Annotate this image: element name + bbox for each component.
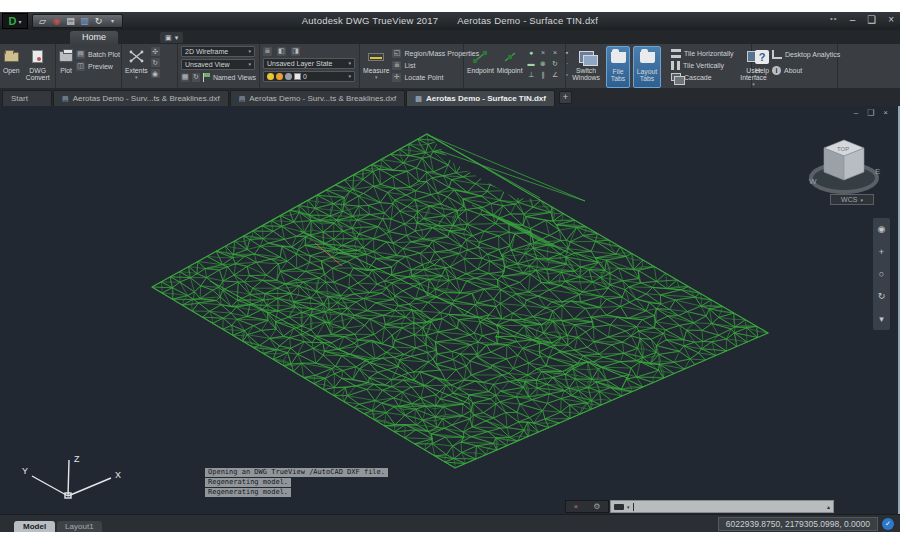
midpoint-snap-button[interactable]: Midpoint xyxy=(497,46,523,87)
doc-restore-button[interactable]: ❑ xyxy=(867,108,874,117)
plot-button[interactable]: Plot xyxy=(59,46,73,87)
viewport-icon[interactable]: ▦ xyxy=(181,73,189,82)
orbit-icon[interactable]: ↻ xyxy=(878,291,886,301)
new-tab-button[interactable]: + xyxy=(559,91,572,104)
chevron-down-icon: ▾ xyxy=(135,74,138,81)
snap-angle-icon[interactable]: ∠ xyxy=(550,70,561,80)
tile-vertically-button[interactable]: Tile Vertically xyxy=(671,60,734,70)
snap-parallel-icon[interactable]: ∥ xyxy=(538,70,549,80)
title-bar: D ▾ ▱ ◉ ▤ ▥ ↻ ▾ Autodesk DWG TrueView 20… xyxy=(0,12,900,30)
snap-node-icon[interactable]: × xyxy=(538,48,549,58)
file-tab-surface-tin[interactable]: ▤ Aerotas Demo - Surface TIN.dxf xyxy=(406,90,555,106)
help-button[interactable]: ? Help xyxy=(755,46,769,87)
view-state-dropdown[interactable]: Unsaved View▾ xyxy=(181,59,255,70)
snap-intersection-icon[interactable]: × xyxy=(550,48,561,58)
chevron-down-icon: ▾ xyxy=(375,74,378,81)
app-window: D ▾ ▱ ◉ ▤ ▥ ↻ ▾ Autodesk DWG TrueView 20… xyxy=(0,12,900,532)
drawing-file-icon: ▤ xyxy=(415,95,422,103)
layer-properties-icon[interactable]: ≣ xyxy=(263,47,272,56)
panel-icon: ▣ xyxy=(165,34,172,42)
navbar-more-icon[interactable]: ▾ xyxy=(879,314,884,324)
close-command-line-icon[interactable]: × xyxy=(574,502,579,511)
tab-home[interactable]: Home xyxy=(70,31,118,44)
command-history-line: Opening an DWG TrueView /AutoCAD DXF fil… xyxy=(205,468,388,477)
layout-tabs-toggle[interactable]: Layout Tabs xyxy=(633,46,661,88)
viewcube-top-label: TOP xyxy=(837,146,849,152)
infocenter-icon[interactable]: •• xyxy=(830,14,838,25)
layout1-tab[interactable]: Layout1 xyxy=(57,521,101,532)
ucs-z-label: Z xyxy=(74,454,80,464)
snap-quadrant-icon[interactable]: ⊗ xyxy=(538,59,549,69)
file-tab-breaklines-2[interactable]: ▤ Aerotas Demo - Surv...ts & Breaklines.… xyxy=(230,90,406,106)
tile-horizontally-button[interactable]: Tile Horizontally xyxy=(671,48,734,58)
doc-minimize-button[interactable]: – xyxy=(854,108,858,117)
desktop-analytics-button[interactable]: Desktop Analytics xyxy=(772,49,840,59)
windows-icon xyxy=(579,51,594,63)
cascade-button[interactable]: Cascade xyxy=(671,72,734,82)
endpoint-snap-button[interactable]: Endpoint xyxy=(467,46,494,87)
model-tab[interactable]: Model xyxy=(14,521,55,532)
zoom-icon[interactable]: ○ xyxy=(879,269,884,279)
coordinate-readout[interactable]: 6022939.8750, 2179305.0998, 0.0000 xyxy=(718,517,878,531)
visual-style-dropdown[interactable]: 2D Wireframe▾ xyxy=(181,46,255,57)
recent-commands-icon[interactable]: ▴ xyxy=(827,503,830,510)
file-tab-icon xyxy=(611,52,626,63)
drawing-file-icon: ▤ xyxy=(62,95,69,103)
pan-icon[interactable]: + xyxy=(879,247,884,257)
sun-icon xyxy=(276,73,283,80)
layer-dropdown[interactable]: 0 ▾ xyxy=(263,71,355,82)
command-input[interactable]: ▾ ▴ xyxy=(610,500,834,513)
preview-icon: ◫ xyxy=(76,62,85,71)
file-tab-start[interactable]: Start xyxy=(2,90,52,106)
file-tab-breaklines-1[interactable]: ▤ Aerotas Demo - Surv...ts & Breaklines.… xyxy=(53,90,229,106)
window-title: Autodesk DWG TrueView 2017 Aerotas Demo … xyxy=(0,15,900,26)
tin-surface-drawing xyxy=(0,106,898,514)
snap-perpendicular-icon[interactable]: ⊥ xyxy=(526,70,537,80)
named-views-flag-icon[interactable] xyxy=(203,73,210,82)
open-button[interactable]: Open xyxy=(3,46,20,87)
layer-state-dropdown[interactable]: Unsaved Layer State▾ xyxy=(263,58,355,69)
batch-plot-icon: ▤ xyxy=(76,50,85,59)
batch-plot-button[interactable]: ▤ Batch Plot xyxy=(76,49,120,59)
command-history: Opening an DWG TrueView /AutoCAD DXF fil… xyxy=(205,468,388,497)
snap-center-icon[interactable]: ● xyxy=(526,48,537,58)
lightbulb-on-icon xyxy=(267,73,274,80)
dwg-convert-button[interactable]: DWG Convert xyxy=(23,46,53,87)
orbit-icon[interactable]: ↻ xyxy=(151,58,160,67)
doc-close-button[interactable]: × xyxy=(883,108,888,117)
cascade-icon xyxy=(671,73,681,81)
named-views-button[interactable]: Named Views xyxy=(213,74,256,81)
ribbon-options-button[interactable]: ▣ ▾ xyxy=(160,32,183,43)
geolocation-icon[interactable]: ✓ xyxy=(882,518,894,530)
refresh-view-icon[interactable]: ↻ xyxy=(192,73,200,82)
steering-wheel-icon[interactable]: ◉ xyxy=(151,69,160,78)
measure-button[interactable]: Measure ▾ xyxy=(363,46,389,87)
list-icon: ≣ xyxy=(392,61,401,70)
switch-windows-button[interactable]: Switch Windows xyxy=(569,46,603,88)
navigation-bar: ◉ + ○ ↻ ▾ xyxy=(873,218,890,330)
text-caret xyxy=(633,503,634,511)
pan-icon[interactable]: ✣ xyxy=(151,47,160,56)
about-button[interactable]: i About xyxy=(772,65,840,75)
close-button[interactable]: × xyxy=(888,14,894,25)
steering-wheel-icon[interactable]: ◉ xyxy=(878,224,886,234)
ruler-icon xyxy=(368,53,384,61)
layer-isolate-icon[interactable]: ◧ xyxy=(277,47,286,56)
file-tabs-toggle[interactable]: File Tabs xyxy=(606,46,630,88)
wcs-dropdown[interactable]: WCS ▾ xyxy=(830,194,874,205)
command-line-tools: × ⚙ xyxy=(565,500,609,513)
extents-button[interactable]: Extents ▾ xyxy=(125,46,148,87)
customize-wrench-icon[interactable]: ⚙ xyxy=(593,502,600,511)
snap-tangent-icon[interactable]: ↻ xyxy=(550,59,561,69)
chevron-down-icon: ▾ xyxy=(248,60,251,69)
layer-off-icon[interactable]: ◨ xyxy=(291,47,300,56)
midpoint-icon xyxy=(502,50,518,64)
drawing-canvas[interactable]: – ❑ × W S E TOP WCS ▾ ◉ + ○ ↻ ▾ xyxy=(0,106,900,514)
document-icon xyxy=(32,50,43,63)
minimize-button[interactable]: – xyxy=(850,14,856,25)
compass-west-label: W xyxy=(809,177,817,186)
snap-insertion-icon[interactable]: ▬ xyxy=(526,59,537,69)
chevron-down-icon: ▾ xyxy=(248,47,251,56)
maximize-button[interactable]: ❑ xyxy=(867,14,876,25)
preview-button[interactable]: ◫ Preview xyxy=(76,61,120,71)
